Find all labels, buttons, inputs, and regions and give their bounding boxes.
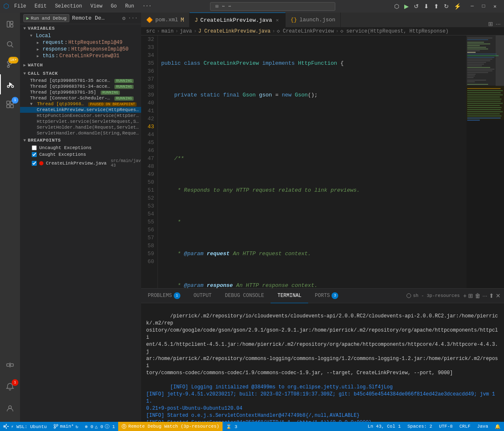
status-remote[interactable]: ⚡ WSL: Ubuntu	[0, 422, 50, 431]
tab-ports[interactable]: PORTS 3	[308, 289, 345, 303]
tab-terminal[interactable]: TERMINAL	[271, 289, 308, 303]
more-actions-button[interactable]: ···	[496, 20, 501, 27]
variables-header[interactable]: ▼ Variables	[20, 24, 141, 33]
close-panel-button[interactable]: ✕	[496, 292, 501, 299]
thread-3[interactable]: Thread [qtp399683701-35] RUNNING	[20, 89, 141, 95]
tab-java-label: CreateLinkPreview.java	[200, 17, 272, 23]
thread-4[interactable]: Thread [Connector-Scheduler-… RUNNING	[20, 95, 141, 101]
activity-notification[interactable]: 1	[0, 377, 20, 397]
sync-icon: ↻	[76, 424, 79, 429]
menu-selection[interactable]: Selection	[53, 3, 84, 10]
activity-source-control[interactable]: 1K+	[0, 54, 20, 74]
run-button[interactable]: ▶ Run and Debug	[23, 14, 69, 22]
activity-run-debug[interactable]	[0, 74, 20, 94]
svg-point-68	[54, 424, 56, 426]
hotreload-button[interactable]: ⚡	[452, 2, 463, 10]
breadcrumb-java[interactable]: java	[180, 28, 192, 34]
continue-button[interactable]: ⬡	[392, 2, 401, 10]
terminal-content[interactable]: /pierrick/.m2/repository/io/cloudevents/…	[141, 303, 504, 422]
breadcrumb-src[interactable]: src	[146, 28, 155, 34]
activity-remote[interactable]	[0, 355, 20, 375]
breadcrumb-main[interactable]: main	[162, 28, 174, 34]
maximize-panel-button[interactable]: ⬆	[489, 292, 494, 299]
callstack-header[interactable]: ▼ Call Stack	[20, 69, 141, 78]
var-request[interactable]: ▶ request : HttpRequestImpl@49	[20, 39, 141, 46]
var-response[interactable]: ▶ response : HttpResponseImpl@50	[20, 46, 141, 53]
var-this[interactable]: ▶ this : CreateLinkPreview@31	[20, 53, 141, 59]
breadcrumb-method[interactable]: ◇ service(HttpRequest, HttpResponse)	[340, 28, 448, 34]
watch-header[interactable]: ▶ Watch	[20, 61, 141, 69]
step-into-button[interactable]: ↺	[412, 2, 421, 10]
restart-button[interactable]: ⬆	[432, 2, 441, 10]
breadcrumb-class[interactable]: ◇ CreateLinkPreview	[277, 28, 334, 34]
more-terminal-button[interactable]: ···	[482, 292, 487, 299]
activity-search[interactable]	[0, 34, 20, 54]
split-terminal-button[interactable]: ⊞	[468, 292, 473, 299]
code-content[interactable]: public class CreateLinkPreview implement…	[158, 35, 466, 288]
frame-4[interactable]: ServletHolder.handle(Request,Servlet…	[20, 124, 141, 130]
thread-1[interactable]: Thread [qtp399865701-35 acce… RUNNING	[20, 78, 141, 84]
stop-button[interactable]: ↻	[442, 2, 451, 10]
line-ending-label: CRLF	[459, 424, 470, 429]
breakpoints-header[interactable]: ▼ Breakpoints	[20, 136, 141, 145]
bp-file-checkbox[interactable]	[32, 161, 37, 166]
bp-caught-checkbox[interactable]	[32, 152, 37, 157]
close-button[interactable]: ✕	[489, 2, 501, 11]
status-language[interactable]: Java	[474, 422, 491, 431]
status-line-ending[interactable]: CRLF	[456, 422, 474, 431]
menu-file[interactable]: File	[13, 3, 28, 10]
status-errors[interactable]: ⊗ 0 △ 0 ⓘ 1	[81, 422, 118, 431]
menu-run[interactable]: Run	[124, 3, 136, 10]
code-line-39: * @param response An HTTP response conte…	[161, 281, 463, 288]
frame-1[interactable]: CreateLinkPreview.service(HttpReques…	[20, 107, 141, 113]
status-debug-remote[interactable]: Remote Debug Watch (3p-resources)	[118, 422, 223, 431]
sidebar: ▶ Run and Debug Remote De… ⚙ ··· ▼ Varia…	[20, 13, 141, 422]
menu-edit[interactable]: Edit	[33, 3, 48, 10]
status-feedback[interactable]: 🔔	[491, 422, 504, 431]
frame-5[interactable]: ServletHandler.doHandle(String,Reque…	[20, 130, 141, 136]
status-encoding[interactable]: UTF-8	[436, 422, 456, 431]
thread-2[interactable]: Thread [qtp399683701-34-acce… RUNNING	[20, 84, 141, 89]
tab-launch-json[interactable]: {} launch.json	[286, 13, 341, 27]
tab-close-icon[interactable]: ✕	[274, 17, 280, 24]
tab-create-link-preview[interactable]: J CreateLinkPreview.java ✕	[190, 13, 286, 27]
add-terminal-button[interactable]: +	[463, 292, 466, 299]
menu-go[interactable]: Go	[109, 3, 118, 10]
bp-caught[interactable]: Caught Exceptions	[20, 151, 141, 158]
tab-problems[interactable]: PROBLEMS 1	[141, 289, 187, 303]
bp-uncaught[interactable]: Uncaught Exceptions	[20, 145, 141, 151]
position-label: Ln 43, Col 1	[368, 424, 401, 429]
tab-pom-xml[interactable]: 🔶 pom.xml M	[141, 13, 190, 27]
bp-uncaught-checkbox[interactable]	[32, 145, 37, 150]
thread-3-label: Thread [qtp399683701-35]	[30, 90, 96, 95]
breadcrumb-file[interactable]: J CreateLinkPreview.java	[198, 28, 271, 34]
maximize-button[interactable]: □	[478, 2, 489, 11]
info-count: ⓘ 1	[105, 423, 115, 430]
gear-icon[interactable]: ⚙	[122, 15, 126, 22]
local-group[interactable]: ▼ Local	[20, 33, 141, 39]
more-icon[interactable]: ···	[128, 15, 138, 22]
step-out-button[interactable]: ⬇	[422, 2, 431, 10]
var-value-request: HttpRequestImpl@49	[68, 40, 123, 46]
status-spaces[interactable]: Spaces: 2	[404, 422, 436, 431]
menu-view[interactable]: View	[89, 3, 104, 10]
step-over-button[interactable]: ▶	[402, 2, 411, 10]
minimize-button[interactable]: ─	[466, 2, 478, 11]
bp-file[interactable]: CreateLinkPreview.java src/main/java 43	[20, 158, 141, 169]
tab-output[interactable]: OUTPUT	[187, 289, 218, 303]
frame-3[interactable]: HttpServlet.service(ServletRequest,S…	[20, 119, 141, 124]
thread-5[interactable]: ▼ Thread [qtp39968… PAUSED ON BREAKPOINT	[20, 101, 141, 107]
status-notifications[interactable]: ⌛ 3	[223, 422, 241, 431]
frame-2[interactable]: HttpFunctionExecutor.service(HttpSer…	[20, 113, 141, 119]
activity-extensions[interactable]: 1	[0, 94, 20, 114]
activity-explorer[interactable]	[0, 14, 20, 34]
menu-more[interactable]: ···	[141, 3, 153, 10]
split-editor-button[interactable]: ⊞	[488, 20, 493, 27]
svg-rect-58	[467, 107, 501, 108]
kill-terminal-button[interactable]: 🗑	[475, 292, 481, 299]
status-branch[interactable]: main* ↻	[50, 422, 82, 431]
activity-account[interactable]	[0, 398, 20, 418]
status-position[interactable]: Ln 43, Col 1	[365, 422, 404, 431]
code-editor[interactable]: 32 33 34 35 36 37 38 39 40 41 42 43 44 4…	[141, 35, 504, 288]
tab-debug-console[interactable]: DEBUG CONSOLE	[218, 289, 271, 303]
